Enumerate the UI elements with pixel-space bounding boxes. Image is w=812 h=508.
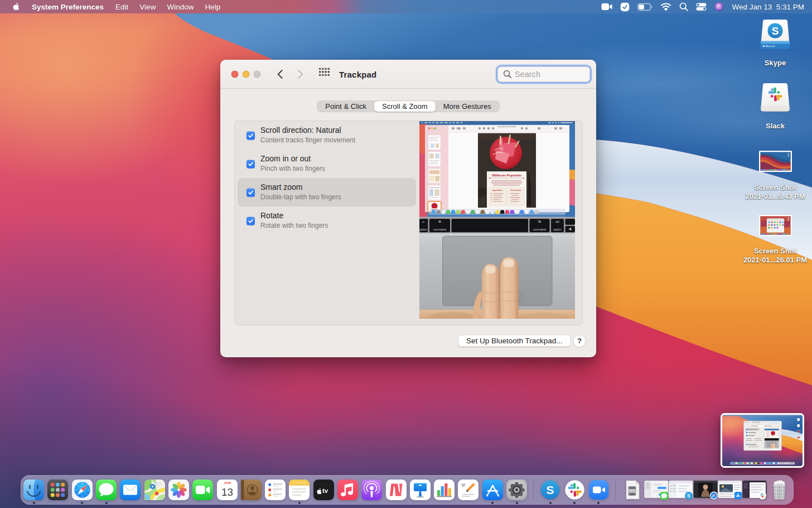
dock-icon-maps[interactable] [142, 475, 166, 505]
dock-icon-pages[interactable] [456, 475, 480, 505]
dock-icon-news[interactable] [384, 475, 408, 505]
close-button[interactable] [231, 71, 239, 78]
dock-icon-keynote[interactable] [408, 475, 432, 505]
desktop-icon-skype[interactable]: Microsoft Skype [742, 18, 809, 68]
dock [21, 475, 794, 505]
help-button[interactable]: ? [573, 335, 586, 347]
dock-icon-win-slack[interactable] [742, 475, 767, 505]
menu-item-help[interactable]: Help [199, 3, 226, 11]
desktop-icon-screenshot-2[interactable]: Screen Shot 2021-01...26.01 PM [742, 215, 809, 265]
checkbox-zoom-in-or-out[interactable] [246, 160, 255, 168]
dock-icon-safari[interactable] [70, 475, 94, 505]
setting-row-rotate[interactable]: Rotate Rotate with two fingers [238, 207, 416, 235]
svg-text:command: command [433, 228, 446, 231]
desktop-icon-label: Skype [765, 59, 786, 68]
menu-item-edit[interactable]: Edit [110, 3, 134, 11]
running-indicator [105, 502, 108, 504]
svg-text:⌘: ⌘ [538, 220, 542, 223]
dock-icon-win-browser[interactable] [718, 475, 742, 505]
battery-icon[interactable] [634, 0, 656, 13]
dock-icon-podcasts[interactable] [360, 475, 384, 505]
tab-bar: Point & ClickScroll & ZoomMore Gestures [317, 100, 499, 112]
tab-more-gestures[interactable]: More Gestures [436, 101, 499, 112]
desktop-icon-slack[interactable]: Slack [742, 82, 809, 131]
svg-text:Instructions: Instructions [510, 189, 521, 191]
dock-icon-win-photo[interactable] [693, 475, 718, 505]
menu-item-system-preferences[interactable]: System Preferences [26, 3, 110, 11]
dock-separator [529, 475, 538, 505]
running-indicator [33, 502, 35, 504]
dock-icon-settings[interactable] [505, 475, 529, 505]
dock-icon-facetime[interactable] [191, 475, 215, 505]
checkbox-scroll-direction-natural[interactable] [246, 131, 255, 140]
dock-icon-skype[interactable] [538, 475, 562, 505]
tab-scroll-zoom[interactable]: Scroll & Zoom [374, 101, 436, 112]
menu-bar-clock[interactable]: Wed Jan 13 5:31 PM [728, 3, 812, 11]
dock-icon-win-skype[interactable] [669, 475, 693, 505]
wifi-icon[interactable] [656, 0, 675, 13]
desktop-icon-label: Screen Shot 2021-01...5.43 PM [746, 183, 805, 201]
dock-icon-calendar[interactable] [215, 475, 239, 505]
setting-subtitle: Pinch with two fingers [260, 165, 325, 172]
svg-text:option: option [553, 228, 561, 231]
setting-title: Zoom in or out [260, 154, 311, 163]
tab-point-click[interactable]: Point & Click [317, 101, 374, 112]
dock-icon-numbers[interactable] [432, 475, 456, 505]
checkbox-smart-zoom[interactable] [246, 188, 255, 197]
dock-icon-finder[interactable] [22, 475, 46, 505]
setting-row-scroll-direction-natural[interactable]: Scroll direction: Natural Content tracks… [238, 121, 416, 150]
dock-icon-contacts[interactable] [239, 475, 263, 505]
dock-icon-slack[interactable] [563, 475, 587, 505]
setting-title: Scroll direction: Natural [260, 126, 341, 135]
dock-icon-reminders[interactable] [263, 475, 287, 505]
spotlight-search-icon[interactable] [675, 0, 692, 13]
svg-text:Hibiscus Popsicles: Hibiscus Popsicles [492, 173, 521, 177]
dock-icon-photos[interactable] [167, 475, 191, 505]
dock-icon-tv[interactable] [312, 475, 336, 505]
window-titlebar[interactable]: Trackpad [220, 60, 596, 89]
gesture-demo-video[interactable]: Hibiscus Popsicles Ingredients Instructi… [419, 121, 575, 319]
dock-icon-notes[interactable] [287, 475, 311, 505]
running-indicator [549, 502, 552, 504]
dock-icon-trash[interactable] [767, 475, 791, 505]
running-indicator [298, 502, 301, 504]
svg-text:alt: alt [422, 221, 425, 223]
apple-menu-icon[interactable] [12, 2, 21, 11]
setting-title: Smart zoom [260, 183, 302, 191]
siri-icon[interactable] [710, 0, 728, 13]
dock-icon-launchpad[interactable] [46, 475, 70, 505]
setting-title: Rotate [260, 211, 283, 220]
show-all-preferences-icon[interactable] [319, 68, 330, 79]
menu-item-window[interactable]: Window [161, 3, 199, 11]
control-center-icon[interactable] [692, 0, 710, 13]
system-preferences-window: Trackpad Point & ClickScroll & ZoomMore … [220, 60, 596, 357]
dock-icon-appstore[interactable] [481, 475, 505, 505]
dock-icon-messages[interactable] [94, 475, 118, 505]
dock-icon-installer[interactable] [620, 475, 644, 505]
search-input[interactable] [515, 70, 582, 79]
minimize-button[interactable] [243, 71, 250, 78]
macos-desktop: S [0, 0, 812, 508]
dock-icon-zoom[interactable] [587, 475, 611, 505]
menu-bar: System PreferencesEditViewWindowHelp Wed… [0, 0, 812, 13]
svg-text:option: option [419, 228, 427, 231]
checkmark-shield-icon[interactable] [616, 0, 634, 13]
running-indicator [516, 502, 518, 504]
forward-button[interactable] [298, 70, 304, 79]
search-field[interactable] [497, 66, 590, 82]
back-button[interactable] [277, 70, 283, 79]
checkbox-rotate[interactable] [246, 217, 255, 225]
dock-icon-mail[interactable] [118, 475, 142, 505]
dock-icon-win-messages[interactable] [644, 475, 669, 505]
desktop-icon-screenshot-1[interactable]: Screen Shot 2021-01...5.43 PM [742, 151, 809, 201]
setup-bluetooth-trackpad-button[interactable]: Set Up Bluetooth Trackpad... [458, 335, 571, 347]
setting-row-zoom-in-or-out[interactable]: Zoom in or out Pinch with two fingers [238, 150, 416, 178]
picture-in-picture-preview[interactable] [721, 413, 804, 468]
dock-icon-music[interactable] [336, 475, 360, 505]
video-camera-icon[interactable] [597, 0, 616, 13]
zoom-button[interactable] [254, 71, 261, 78]
setting-row-smart-zoom[interactable]: Smart zoom Double-tap with two fingers [238, 178, 416, 207]
skype-disk-vendor-label: Microsoft [766, 45, 775, 47]
setting-subtitle: Rotate with two fingers [260, 222, 328, 229]
menu-item-view[interactable]: View [134, 3, 161, 11]
